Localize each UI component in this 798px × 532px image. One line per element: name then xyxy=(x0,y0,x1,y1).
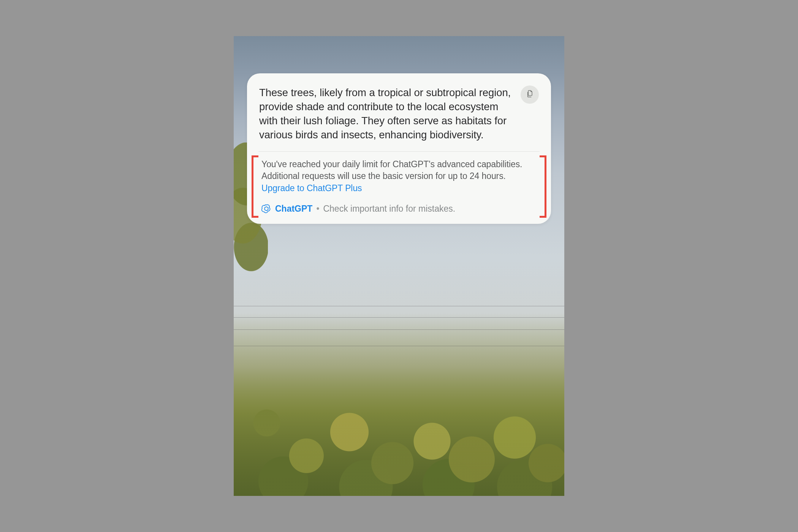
copy-button[interactable] xyxy=(521,86,539,104)
background-wires xyxy=(234,302,564,370)
response-card: These trees, likely from a tropical or s… xyxy=(247,73,551,224)
response-text: These trees, likely from a tropical or s… xyxy=(259,86,516,142)
openai-logo-icon xyxy=(261,204,271,214)
brand-label[interactable]: ChatGPT xyxy=(275,204,312,214)
background-photo: These trees, likely from a tropical or s… xyxy=(234,36,564,496)
limit-notice-section: You've reached your daily limit for Chat… xyxy=(259,158,539,214)
card-footer: ChatGPT • Check important info for mista… xyxy=(261,204,537,214)
divider xyxy=(258,151,540,152)
highlight-bracket-right xyxy=(540,155,546,218)
disclaimer-text: Check important info for mistakes. xyxy=(323,204,455,214)
response-body-section: These trees, likely from a tropical or s… xyxy=(259,86,539,151)
highlight-bracket-left xyxy=(252,155,258,218)
copy-icon xyxy=(525,89,534,100)
limit-notice-text: You've reached your daily limit for Chat… xyxy=(261,158,537,195)
separator-dot: • xyxy=(316,204,319,214)
upgrade-link[interactable]: Upgrade to ChatGPT Plus xyxy=(261,183,362,193)
limit-notice-message: You've reached your daily limit for Chat… xyxy=(261,159,522,181)
